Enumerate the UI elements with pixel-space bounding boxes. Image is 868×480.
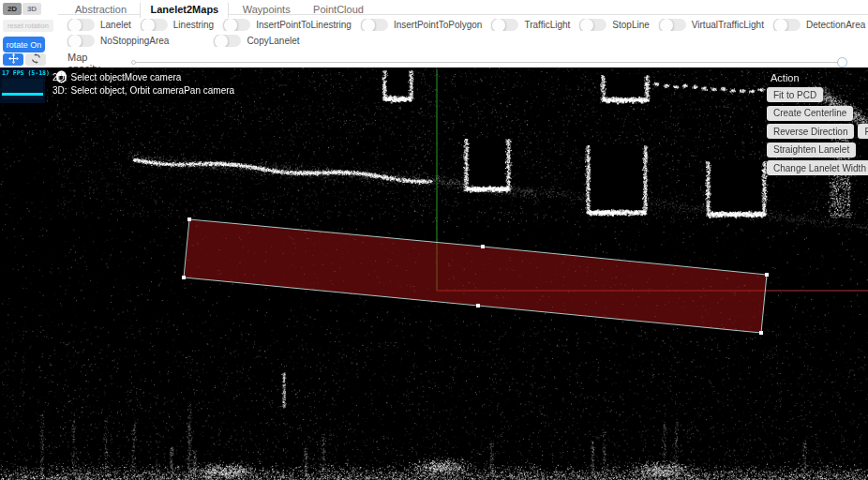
toolbar: 2D 3D reset rotation rotate On [0,0,868,68]
action-panel: Action Fit to PCD Create Centerline Reve… [767,72,868,179]
focus-button[interactable]: Focus [858,124,868,139]
toggle-label: NoStoppingArea [100,36,169,46]
fps-meter[interactable]: 17 FPS (5-18) [0,68,45,103]
view-2d-button[interactable]: 2D [3,3,22,15]
toggle-row-1: Lanelet Linestring InsertPointToLinestri… [58,19,868,31]
toggle-label: VirtualTrafficLight [692,20,764,30]
toggle-virtualtrafficlight[interactable] [659,19,686,31]
reverse-direction-button[interactable]: Reverse Direction [767,124,854,139]
tab-bar: Abstraction Lanelet2Maps Waypoints Point… [58,0,868,15]
toggle-nostoppingarea[interactable] [67,35,95,47]
toggle-label: InsertPointToPolygon [394,20,483,30]
refresh-rotation-button[interactable] [25,53,46,66]
toggle-trafficlight[interactable] [491,19,518,31]
straighten-lanelet-button[interactable]: Straighten Lanelet [767,142,856,158]
toggle-label: CopyLanelet [247,36,299,46]
toggle-lanelet[interactable] [67,19,95,31]
fps-text: 17 FPS (5-18) [2,69,43,77]
toggle-insertpointtolinestring[interactable] [223,19,250,31]
toggle-stopline[interactable] [579,19,606,31]
lanelet-polygon[interactable] [184,219,767,333]
camera-help: 2D: Select object Move camera 3D: Select… [52,70,234,97]
fit-to-pcd-button[interactable]: Fit to PCD [767,87,823,102]
change-lanelet-width-button[interactable]: Change Lanelet Width [767,160,868,175]
toggle-copylanelet[interactable] [214,35,241,47]
refresh-icon [31,52,41,67]
help-3d-pan: Pan camera [184,85,234,96]
rotate-on-button[interactable]: rotate On [3,37,45,52]
map-viewport: 17 FPS (5-18) 2D: Select object Move cam… [0,68,868,480]
fps-graph [2,79,43,99]
toggle-linestring[interactable] [141,19,168,31]
view-3d-button[interactable]: 3D [22,3,41,15]
lanelet-vertex[interactable] [765,273,769,277]
pan-tool-button[interactable] [3,53,23,66]
lanelet-vertex[interactable] [759,331,763,335]
toggle-label: Linestring [173,20,214,30]
tab-waypoints[interactable]: Waypoints [233,3,300,17]
help-3d-prefix: 3D: [52,85,67,96]
tab-abstraction[interactable]: Abstraction [66,3,136,17]
help-2d-move: Move camera [125,72,182,82]
slider-rail[interactable] [133,62,842,63]
action-panel-title: Action [771,72,868,83]
help-2d-select: Select object [71,72,125,82]
tab-pointcloud[interactable]: PointCloud [304,3,373,17]
tab-lanelet2maps[interactable]: Lanelet2Maps [140,3,229,18]
slider-handle[interactable] [837,57,847,68]
toggle-label: StopLine [612,20,649,30]
move-arrows-icon [8,52,19,67]
lanelet-vertex[interactable] [481,245,485,248]
toggle-label: DetectionArea [806,20,865,30]
lanelet-vertex[interactable] [182,276,186,279]
toggle-insertpointtopolygon[interactable] [361,19,388,31]
reset-rotation-button[interactable]: reset rotation [3,20,53,32]
view-controls: 2D 3D reset rotation rotate On [0,0,58,68]
map-overlay [0,68,868,480]
lanelet-vertex[interactable] [187,218,191,221]
dimension-toggle: 2D 3D [3,3,58,15]
toggle-row-2: NoStoppingArea CopyLanelet [58,35,868,47]
toggle-label: Lanelet [100,20,131,30]
toggle-detectionarea[interactable] [773,19,801,31]
create-centerline-button[interactable]: Create Centerline [767,106,853,121]
help-3d-select: Select object, Orbit camera [71,85,185,96]
toggle-label: TrafficLight [524,20,570,30]
toggle-label: InsertPointToLinestring [256,20,352,30]
slider-min-mark [131,60,136,65]
lanelet-vertex[interactable] [476,304,480,308]
